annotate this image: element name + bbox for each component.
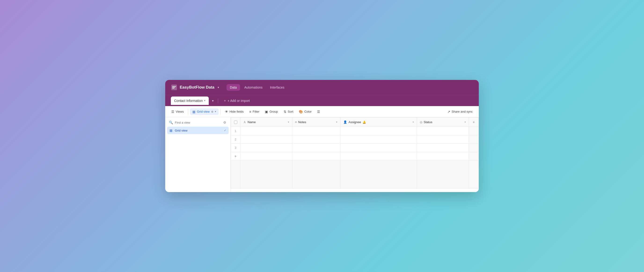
bell-icon: 🔔 — [362, 121, 366, 124]
tab-more-button[interactable]: ▾ — [210, 98, 215, 104]
row-3-notes-cell[interactable] — [292, 144, 340, 152]
sort-button[interactable]: ⇅ Sort — [281, 109, 296, 115]
grid-area: Ａ Name ▾ ≡ Notes ▾ — [231, 117, 479, 192]
row-2-name-cell[interactable] — [240, 135, 292, 144]
nav-interfaces-button[interactable]: Interfaces — [267, 84, 288, 91]
row-2-num-cell: 2 — [231, 135, 240, 144]
empty-status-cell — [417, 160, 469, 189]
share-icon: ↗ — [448, 110, 450, 114]
empty-notes-cell — [292, 160, 340, 189]
empty-name-cell — [240, 160, 292, 189]
assignee-field-icon: 👤 — [343, 120, 347, 124]
assignee-column-header[interactable]: 👤 Assignee 🔔 ▾ — [340, 118, 417, 127]
notes-column-label: Notes — [298, 120, 306, 124]
row-3-status-cell[interactable] — [417, 144, 469, 152]
tab-separator — [218, 98, 218, 103]
row-1-notes-cell[interactable] — [292, 127, 340, 135]
row-1-num-cell: 1 — [231, 127, 240, 135]
logo-area: EasyBotFlow Data ▾ — [171, 84, 219, 91]
name-column-header[interactable]: Ａ Name ▾ — [240, 118, 292, 127]
add-column-button[interactable]: + — [472, 120, 476, 124]
table-row: + — [231, 152, 479, 160]
notes-column-header[interactable]: ≡ Notes ▾ — [292, 118, 340, 127]
nav-automations-button[interactable]: Automations — [241, 84, 266, 91]
row-3-name-cell[interactable] — [240, 144, 292, 152]
filter-label: Filter — [253, 110, 260, 113]
sort-label: Sort — [288, 110, 294, 113]
views-label: Views — [176, 110, 184, 113]
grid-view-item-label: Grid view — [175, 129, 222, 132]
views-icon: ☰ — [171, 110, 174, 114]
assignee-col-chevron-icon: ▾ — [412, 121, 414, 124]
tab-bar: Contact Information ▾ ▾ ＋ + Add or impor… — [165, 95, 479, 106]
toolbar-separator-1 — [188, 109, 188, 115]
title-chevron-icon: ▾ — [218, 86, 219, 89]
filter-button[interactable]: ≡ Filter — [247, 109, 262, 115]
add-row-name-cell[interactable] — [240, 152, 292, 160]
row-2-assignee-cell[interactable] — [340, 135, 417, 144]
add-row-notes-cell[interactable] — [292, 152, 340, 160]
tab-chevron-icon: ▾ — [204, 99, 206, 102]
toolbar-separator-2 — [220, 109, 221, 115]
assignee-column-label: Assignee — [348, 120, 361, 124]
share-sync-label: Share and sync — [452, 110, 473, 113]
add-import-label: + Add or import — [228, 99, 250, 103]
main-content: 🔍 ⚙ ▦ Grid view ✓ — [165, 117, 479, 192]
row-2-number: 2 — [235, 138, 236, 141]
toolbar: ☰ Views ▦ Grid view ⊕ ▾ 👁 Hide fields ≡ … — [165, 106, 479, 117]
color-icon: 🎨 — [299, 110, 303, 114]
name-col-chevron-icon: ▾ — [288, 121, 289, 124]
add-import-button[interactable]: ＋ + Add or import — [221, 98, 252, 104]
status-column-label: Status — [424, 120, 432, 124]
add-row-num-cell: + — [231, 152, 240, 160]
row-3-num-cell: 3 — [231, 144, 240, 152]
add-row-status-cell[interactable] — [417, 152, 469, 160]
notes-field-icon: ≡ — [295, 120, 297, 124]
row-1-status-cell[interactable] — [417, 127, 469, 135]
grid-view-options-icon: ⊕ — [211, 110, 214, 113]
row-2-status-cell[interactable] — [417, 135, 469, 144]
status-field-icon: ◎ — [420, 120, 422, 124]
views-button[interactable]: ☰ Views — [169, 109, 186, 115]
table-row: 2 — [231, 135, 479, 144]
group-button[interactable]: ▣ Group — [262, 109, 280, 115]
data-grid: Ａ Name ▾ ≡ Notes ▾ — [231, 117, 479, 189]
add-row-button[interactable]: + — [234, 154, 236, 158]
status-column-header[interactable]: ◎ Status ▾ — [417, 118, 469, 127]
hide-fields-icon: 👁 — [225, 110, 228, 114]
plus-icon: ＋ — [223, 99, 226, 103]
header-nav: Data Automations Interfaces — [226, 84, 288, 91]
grid-view-icon: ▦ — [192, 110, 196, 114]
select-all-checkbox[interactable] — [231, 121, 240, 124]
row-1-assignee-cell[interactable] — [340, 127, 417, 135]
checkbox-header-cell — [231, 118, 240, 127]
find-view-input[interactable] — [175, 121, 221, 124]
nav-data-button[interactable]: Data — [226, 84, 240, 91]
table-row: 1 — [231, 127, 479, 135]
header-checkbox[interactable] — [234, 121, 237, 124]
name-field-icon: Ａ — [243, 120, 246, 124]
hide-fields-label: Hide fields — [230, 110, 244, 113]
sidebar-item-grid-view[interactable]: ▦ Grid view ✓ — [167, 127, 229, 134]
empty-num-cell — [231, 160, 240, 189]
contact-information-tab[interactable]: Contact Information ▾ — [171, 97, 209, 105]
name-column-label: Name — [248, 120, 256, 124]
row-2-notes-cell[interactable] — [292, 135, 340, 144]
header-bar: EasyBotFlow Data ▾ Data Automations Inte… — [165, 80, 479, 95]
filter-icon: ≡ — [249, 110, 251, 114]
settings-icon[interactable]: ⚙ — [223, 120, 227, 125]
app-title: EasyBotFlow Data — [180, 85, 214, 90]
hide-fields-button[interactable]: 👁 Hide fields — [222, 109, 246, 115]
row-1-name-cell[interactable] — [240, 127, 292, 135]
notes-col-chevron-icon: ▾ — [336, 121, 338, 124]
sidebar: 🔍 ⚙ ▦ Grid view ✓ — [165, 117, 231, 192]
share-sync-button[interactable]: ↗ Share and sync — [445, 109, 475, 115]
row-3-assignee-cell[interactable] — [340, 144, 417, 152]
row-1-extra-cell — [469, 127, 478, 135]
add-column-header[interactable]: + — [469, 118, 478, 127]
add-row-assignee-cell[interactable] — [340, 152, 417, 160]
grid-view-button[interactable]: ▦ Grid view ⊕ ▾ — [190, 109, 218, 115]
sort-icon: ⇅ — [284, 110, 286, 114]
color-button[interactable]: 🎨 Color — [296, 109, 314, 115]
row-height-button[interactable]: ☰ — [315, 109, 322, 115]
